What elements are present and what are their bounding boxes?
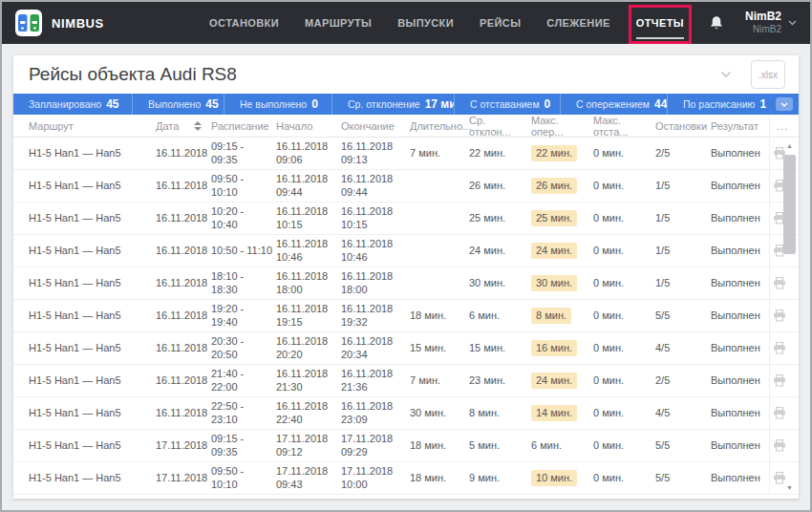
start-cell: 16.11.201821:30: [276, 368, 341, 395]
start-cell: 16.11.201822:40: [276, 400, 341, 427]
stops-cell: 5/5: [655, 439, 711, 453]
date-cell: 16.11.2018: [156, 147, 211, 160]
nav-item-releases[interactable]: ВЫПУСКИ: [397, 11, 454, 35]
main-nav: ОСТАНОВКИ МАРШРУТЫ ВЫПУСКИ РЕЙСЫ СЛЕЖЕНИ…: [209, 11, 684, 35]
stat-not-completed: Не выполнено 0: [224, 94, 331, 115]
end-cell: 16.11.201821:36: [341, 368, 410, 395]
scrollbar-thumb[interactable]: [783, 155, 796, 254]
sort-icon[interactable]: [194, 121, 202, 131]
max-ahead-cell: 10 мин.: [531, 470, 593, 487]
columns-menu-button[interactable]: ...: [769, 115, 799, 138]
table-row[interactable]: H1-5 Han1 — Han517.11.201809:15 - 09:351…: [13, 430, 799, 462]
max-behind-cell: 0 мин.: [593, 245, 655, 258]
avg-deviation-cell: 5 мин.: [469, 439, 531, 453]
end-cell: 17.11.201810:00: [341, 465, 410, 492]
user-name: NimB2: [745, 11, 781, 24]
highlighted-value: 24 мин.: [531, 373, 577, 390]
stat-behind: С отставанием 0: [454, 94, 560, 115]
start-cell: 16.11.201810:15: [276, 205, 341, 232]
table-row[interactable]: H1-5 Han1 — Han516.11.201819:20 - 19:401…: [13, 300, 799, 332]
export-xlsx-button[interactable]: .xlsx: [751, 60, 785, 89]
table-row[interactable]: H1-5 Han1 — Han516.11.201809:15 - 09:351…: [13, 138, 799, 170]
start-cell: 16.11.201810:46: [276, 238, 341, 265]
route-cell: H1-5 Han1 — Han5: [13, 212, 156, 225]
highlighted-value: 10 мин.: [531, 470, 577, 487]
nav-item-tracking[interactable]: СЛЕЖЕНИЕ: [546, 11, 609, 35]
result-cell: Выполнен: [711, 147, 769, 160]
end-cell: 16.11.201809:44: [341, 173, 410, 200]
stats-collapse-button[interactable]: [776, 97, 793, 111]
result-cell: Выполнен: [711, 245, 769, 258]
col-header-avg-deviation: Ср. отклон...: [469, 115, 531, 138]
avg-deviation-cell: 30 мин.: [469, 277, 531, 290]
date-cell: 16.11.2018: [156, 374, 211, 388]
stops-cell: 2/5: [655, 374, 711, 388]
route-cell: H1-5 Han1 — Han5: [13, 374, 156, 388]
schedule-cell: 18:10 - 18:30: [211, 270, 276, 297]
table-row[interactable]: H1-5 Han1 — Han516.11.201810:20 - 10:401…: [13, 203, 799, 235]
end-cell: 16.11.201809:13: [341, 140, 410, 167]
stops-cell: 1/5: [655, 245, 711, 258]
max-ahead-cell: 22 мин.: [531, 145, 593, 162]
stat-completed: Выполнено 45: [132, 94, 224, 115]
stops-cell: 1/5: [655, 180, 711, 193]
result-cell: Выполнен: [711, 472, 769, 485]
result-cell: Выполнен: [711, 374, 769, 388]
schedule-cell: 09:15 - 09:35: [211, 140, 276, 167]
col-header-stops: Остановки: [655, 120, 711, 132]
table-body: H1-5 Han1 — Han516.11.201809:15 - 09:351…: [13, 138, 799, 495]
active-tab-underline: [636, 37, 684, 39]
vertical-scrollbar: ▲ ▼: [783, 141, 796, 493]
stops-cell: 4/5: [655, 342, 711, 355]
nav-item-stops[interactable]: ОСТАНОВКИ: [209, 11, 279, 35]
start-cell: 16.11.201809:44: [276, 173, 341, 200]
table-header-row: Маршрут Дата Расписание Начало Окончание…: [13, 115, 799, 138]
table-row[interactable]: H1-5 Han1 — Han516.11.201822:50 - 23:101…: [13, 397, 799, 430]
schedule-cell: 09:50 - 10:10: [211, 465, 276, 492]
max-behind-cell: 0 мин.: [593, 277, 655, 290]
result-cell: Выполнен: [711, 342, 769, 355]
table-row[interactable]: H1-5 Han1 — Han516.11.201821:40 - 22:001…: [13, 365, 799, 397]
brand-logo-link[interactable]: NIMBUS: [15, 10, 104, 36]
avg-deviation-cell: 9 мин.: [469, 472, 531, 485]
table-row[interactable]: H1-5 Han1 — Han516.11.201810:50 - 11:101…: [13, 235, 799, 267]
date-cell: 17.11.2018: [156, 439, 211, 453]
duration-cell: 30 мин.: [410, 407, 469, 420]
schedule-cell: 19:20 - 19:40: [211, 303, 276, 330]
table-row[interactable]: H1-5 Han1 — Han517.11.201809:50 - 10:101…: [13, 462, 799, 495]
notifications-button[interactable]: [709, 15, 724, 32]
result-cell: Выполнен: [711, 309, 769, 323]
result-cell: Выполнен: [711, 212, 769, 225]
date-cell: 16.11.2018: [156, 342, 211, 355]
scroll-up-arrow[interactable]: ▲: [783, 141, 796, 151]
max-ahead-cell: 16 мин.: [531, 340, 593, 357]
collapse-report-button[interactable]: [720, 71, 732, 78]
scroll-down-arrow[interactable]: ▼: [783, 483, 796, 493]
avg-deviation-cell: 6 мин.: [469, 309, 531, 323]
date-cell: 16.11.2018: [156, 245, 211, 258]
max-behind-cell: 0 мин.: [593, 374, 655, 388]
highlighted-value: 24 мин.: [531, 243, 577, 260]
highlighted-value: 8 мин.: [531, 308, 571, 325]
app-window: NIMBUS ОСТАНОВКИ МАРШРУТЫ ВЫПУСКИ РЕЙСЫ …: [0, 0, 812, 512]
result-cell: Выполнен: [711, 407, 769, 420]
stops-cell: 2/5: [655, 147, 711, 160]
nav-item-trips[interactable]: РЕЙСЫ: [480, 11, 521, 35]
schedule-cell: 20:30 - 20:50: [211, 335, 276, 362]
col-header-end: Окончание: [341, 120, 410, 132]
nav-item-routes[interactable]: МАРШРУТЫ: [305, 11, 372, 35]
end-cell: 16.11.201810:15: [341, 205, 410, 232]
route-cell: H1-5 Han1 — Han5: [13, 277, 156, 290]
table-row[interactable]: H1-5 Han1 — Han516.11.201820:30 - 20:501…: [13, 332, 799, 365]
table-row[interactable]: H1-5 Han1 — Han516.11.201809:50 - 10:101…: [13, 170, 799, 203]
duration-cell: 7 мин.: [410, 147, 469, 160]
table-row[interactable]: H1-5 Han1 — Han516.11.201818:10 - 18:301…: [13, 267, 799, 300]
col-header-date[interactable]: Дата: [156, 120, 211, 132]
nav-item-reports[interactable]: ОТЧЕТЫ: [636, 11, 684, 35]
avg-deviation-cell: 22 мин.: [469, 147, 531, 160]
result-cell: Выполнен: [711, 439, 769, 453]
user-menu[interactable]: NimB2 NimB2: [745, 11, 797, 34]
max-behind-cell: 0 мин.: [593, 439, 655, 453]
report-titlebar: Рейсы объекта Audi RS8 .xlsx: [13, 55, 799, 94]
end-cell: 16.11.201810:46: [341, 238, 410, 265]
